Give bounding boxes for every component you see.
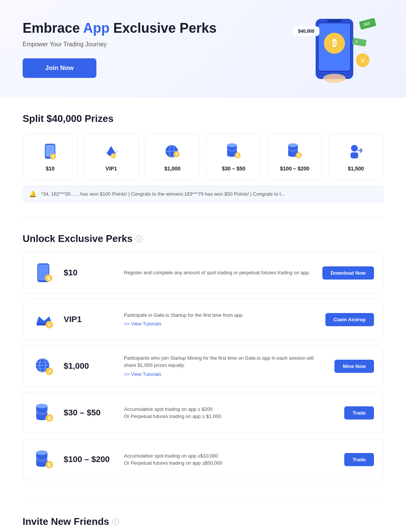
- prizes-title: Split $40,000 Prizes: [23, 113, 383, 125]
- perks-title-row: Unlock Exclusive Perks i: [23, 233, 383, 245]
- hero-section: Embrace App Exclusive Perks Empower Your…: [0, 0, 406, 98]
- hero-left: Embrace App Exclusive Perks Empower Your…: [23, 20, 285, 78]
- perk-desc-4: Accumulative spot trading on app ≥$10,00…: [124, 452, 337, 467]
- prize-icon-4: $: [285, 141, 304, 161]
- prize-label-3: $30 – $50: [222, 166, 245, 172]
- prizes-grid: $$10VVIP1?$1,000$$30 – $50$$100 – $200$1…: [23, 134, 383, 179]
- svg-text:V: V: [361, 58, 365, 64]
- prize-card-2: ?$1,000: [145, 134, 200, 179]
- perk-button-3[interactable]: Trade: [344, 406, 374, 420]
- svg-text:$40,000: $40,000: [298, 29, 314, 34]
- prize-label-5: $1,500: [348, 166, 364, 172]
- ticker-bell-icon: 🔔: [29, 190, 37, 198]
- hero-title: Embrace App Exclusive Perks: [23, 20, 285, 36]
- perk-button-1[interactable]: Claim Airdrop: [325, 313, 374, 326]
- prize-label-1: VIP1: [105, 166, 117, 172]
- join-now-button[interactable]: Join Now: [23, 58, 96, 78]
- svg-text:₿: ₿: [332, 38, 337, 48]
- svg-rect-10: [352, 38, 367, 47]
- ticker-text: *34, 182***30……has won $100 Points! | Co…: [41, 191, 285, 197]
- svg-point-73: [36, 450, 47, 455]
- prize-icon-1: V: [101, 141, 121, 161]
- perk-row-4: $$100 – $200Accumulative spot trading on…: [23, 439, 383, 480]
- perks-list: $$10Register and complete any amount of …: [23, 252, 383, 480]
- perk-button-4[interactable]: Trade: [344, 453, 374, 466]
- prize-card-1: VVIP1: [84, 134, 139, 179]
- prize-label-4: $100 – $200: [280, 166, 310, 172]
- perk-amount-1: VIP1: [64, 315, 116, 324]
- prize-card-0: $$10: [23, 134, 78, 179]
- perk-desc-3: Accumulative spot trading on app ≥ $200O…: [124, 406, 337, 420]
- perk-icon-1: V: [32, 307, 56, 331]
- invite-info-icon[interactable]: i: [112, 518, 119, 525]
- svg-text:$: $: [48, 415, 51, 421]
- prize-icon-2: ?: [163, 141, 182, 161]
- perk-desc-1: Participate in Gate.io Startup for the f…: [124, 312, 318, 328]
- perk-icon-0: $: [32, 261, 56, 285]
- svg-text:?: ?: [175, 152, 178, 157]
- perk-amount-2: $1,000: [64, 361, 116, 371]
- perk-button-2[interactable]: Mine Now: [334, 360, 374, 373]
- svg-rect-5: [327, 20, 342, 22]
- perk-link-1[interactable]: >> View Tutorials: [124, 320, 318, 328]
- perk-amount-0: $10: [64, 268, 116, 278]
- prize-icon-5: [346, 141, 366, 161]
- svg-point-32: [227, 143, 237, 147]
- svg-marker-19: [104, 146, 118, 156]
- perk-row-2: ↗$1,000Participants who join Startup Min…: [23, 345, 383, 387]
- invite-title-row: Invite New Friends i: [23, 516, 383, 527]
- hero-title-suffix: Exclusive Perks: [110, 20, 217, 36]
- perk-icon-2: ↗: [32, 354, 56, 378]
- perk-button-0[interactable]: Download Now: [322, 266, 374, 280]
- svg-text:$: $: [47, 275, 50, 281]
- svg-text:$: $: [237, 153, 239, 158]
- ticker-bar: 🔔 *34, 182***30……has won $100 Points! | …: [23, 185, 383, 202]
- perk-row-0: $$10Register and complete any amount of …: [23, 252, 383, 293]
- hero-title-highlight: App: [83, 20, 110, 36]
- svg-point-65: [36, 404, 47, 408]
- perk-icon-3: $: [32, 401, 56, 425]
- prize-label-0: $10: [46, 166, 54, 172]
- prize-card-3: $$30 – $50: [206, 134, 261, 179]
- prizes-section: Split $40,000 Prizes $$10VVIP1?$1,000$$3…: [0, 98, 406, 217]
- svg-text:$: $: [52, 155, 54, 159]
- perk-row-1: VVIP1Participate in Gate.io Startup for …: [23, 299, 383, 340]
- perks-title: Unlock Exclusive Perks: [23, 233, 133, 245]
- perk-row-3: $$30 – $50Accumulative spot trading on a…: [23, 392, 383, 433]
- svg-text:$: $: [298, 153, 300, 158]
- svg-point-14: [323, 74, 346, 83]
- svg-point-43: [351, 145, 358, 152]
- invite-section: Invite New Friends i: [0, 501, 406, 532]
- perks-info-icon[interactable]: i: [136, 236, 142, 242]
- svg-point-40: [288, 143, 298, 147]
- perk-desc-0: Register and complete any amount of spot…: [124, 269, 315, 277]
- hero-subtitle: Empower Your Trading Journey: [23, 41, 285, 48]
- svg-rect-44: [351, 152, 358, 158]
- perks-section: Unlock Exclusive Perks i $$10Register an…: [0, 218, 406, 500]
- prize-label-2: $1,000: [164, 166, 180, 172]
- perk-amount-4: $100 – $200: [64, 454, 116, 464]
- perk-amount-3: $30 – $50: [64, 408, 116, 418]
- svg-text:V: V: [48, 322, 51, 328]
- svg-text:V: V: [112, 154, 114, 158]
- hero-title-plain: Embrace: [23, 20, 83, 36]
- invite-title: Invite New Friends: [23, 516, 109, 527]
- perk-link-2[interactable]: >> View Tutorials: [124, 371, 327, 378]
- prize-icon-3: $: [224, 141, 243, 161]
- svg-text:$: $: [48, 462, 51, 468]
- prize-icon-0: $: [40, 141, 60, 161]
- prize-card-4: $$100 – $200: [267, 134, 322, 179]
- perk-desc-2: Participants who join Startup Mining for…: [124, 354, 327, 378]
- prize-card-5: $1,500: [328, 134, 383, 179]
- hero-phone-svg: ₿ $40,000 $$$ $ V: [289, 15, 380, 83]
- svg-text:↗: ↗: [47, 368, 52, 374]
- hero-illustration: ₿ $40,000 $$$ $ V: [285, 15, 383, 83]
- perk-icon-4: $: [32, 447, 56, 471]
